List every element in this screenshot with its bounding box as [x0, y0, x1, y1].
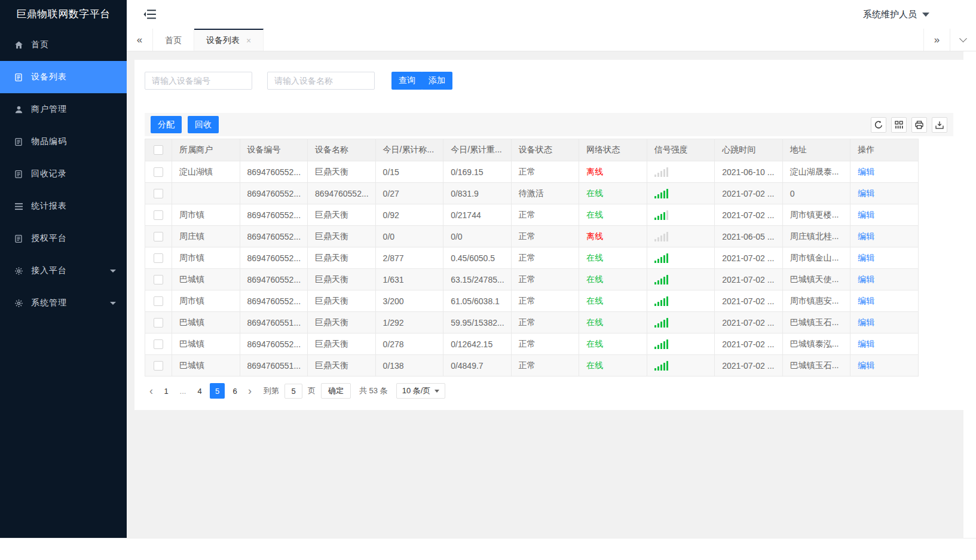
doc-icon [14, 234, 25, 243]
edit-link[interactable]: 编辑 [858, 231, 874, 241]
cell-device-status: 正常 [511, 161, 579, 183]
cell-device-status: 正常 [511, 312, 579, 333]
cell-network-status: 在线 [579, 269, 647, 290]
cell-today-total-weight: 0.45/6050.5 [443, 247, 512, 269]
refresh-icon[interactable] [871, 117, 886, 133]
sidebar-item-item-code[interactable]: 物品编码 [0, 126, 127, 158]
sidebar-item-merchant-mgmt[interactable]: 商户管理 [0, 93, 127, 126]
cell-action: 编辑 [850, 204, 919, 226]
table-row: 周市镇8694760552...巨鼎天衡3/20061.05/6038.1正常在… [145, 290, 919, 312]
cell-network-status: 在线 [579, 247, 647, 269]
sidebar-item-auth-platform[interactable]: 授权平台 [0, 222, 127, 255]
caret-down-icon [922, 13, 929, 17]
row-select-cell [145, 290, 172, 312]
edit-link[interactable]: 编辑 [858, 296, 874, 305]
row-checkbox[interactable] [154, 318, 163, 328]
columns-icon[interactable] [891, 117, 907, 133]
assign-button[interactable]: 分配 [151, 116, 182, 133]
sidebar-item-access-platform[interactable]: 接入平台 [0, 255, 127, 287]
page-size-select[interactable]: 10 条/页 [396, 383, 446, 399]
cell-action: 编辑 [850, 312, 919, 333]
edit-link[interactable]: 编辑 [858, 274, 874, 284]
page-button-1[interactable]: 1 [160, 383, 173, 399]
cell-heartbeat-time: 2021-07-02 ... [715, 355, 783, 377]
jump-page-input[interactable] [284, 384, 302, 399]
device-table: 所属商户设备编号设备名称今日/累计称...今日/累计重...设备状态网络状态信号… [145, 139, 919, 377]
row-checkbox[interactable] [154, 253, 163, 263]
cell-today-total-weight: 0/12642.15 [443, 333, 512, 355]
cell-device-no: 8694760552... [240, 183, 308, 204]
sidebar-item-recycle-record[interactable]: 回收记录 [0, 158, 127, 190]
tabs-scroll-left-icon[interactable]: « [127, 29, 153, 51]
device-no-input[interactable] [145, 72, 252, 90]
row-checkbox[interactable] [154, 210, 163, 220]
add-button[interactable]: 添加 [421, 72, 452, 90]
top-header: 系统维护人员 [127, 0, 976, 29]
row-checkbox[interactable] [154, 361, 163, 371]
cell-merchant: 周庄镇 [172, 226, 240, 247]
device-name-input[interactable] [267, 72, 375, 90]
tabs-scroll-right-icon[interactable]: » [923, 29, 950, 51]
table-tool-icons [871, 117, 947, 133]
confirm-button[interactable]: 确定 [321, 383, 351, 399]
horizontal-scrollbar[interactable] [0, 538, 976, 560]
recycle-button[interactable]: 回收 [188, 116, 219, 133]
user-menu[interactable]: 系统维护人员 [863, 0, 929, 29]
cell-heartbeat-time: 2021-07-02 ... [715, 290, 783, 312]
sidebar-item-label: 统计报表 [31, 201, 67, 212]
signal-bars-icon [654, 232, 708, 241]
row-checkbox[interactable] [154, 189, 163, 198]
edit-link[interactable]: 编辑 [858, 188, 874, 198]
row-checkbox[interactable] [154, 167, 163, 177]
cell-signal-strength [647, 183, 715, 204]
close-icon[interactable]: × [246, 36, 251, 45]
cell-heartbeat-time: 2021-06-10 ... [715, 161, 783, 183]
row-checkbox[interactable] [154, 275, 163, 284]
sidebar-item-label: 商户管理 [31, 104, 67, 115]
row-checkbox[interactable] [154, 339, 163, 349]
row-checkbox[interactable] [154, 296, 163, 306]
cell-today-total-count: 0/27 [375, 183, 443, 204]
row-checkbox[interactable] [154, 232, 163, 241]
table-row: 周庄镇8694760552...巨鼎天衡0/00/0正常离线2021-06-05… [145, 226, 919, 247]
sidebar-item-system-mgmt[interactable]: 系统管理 [0, 287, 127, 319]
sidebar-item-device-list[interactable]: 设备列表 [0, 61, 127, 93]
print-icon[interactable] [911, 117, 927, 133]
cell-heartbeat-time: 2021-07-02 ... [715, 247, 783, 269]
cell-today-total-weight: 59.95/15382... [443, 312, 512, 333]
edit-link[interactable]: 编辑 [858, 339, 874, 348]
cell-network-status: 在线 [579, 333, 647, 355]
page-button-4[interactable]: 4 [193, 383, 206, 399]
cell-network-status: 在线 [579, 290, 647, 312]
vertical-scrollbar[interactable] [963, 51, 976, 538]
page-button-5[interactable]: 5 [210, 383, 225, 399]
edit-link[interactable]: 编辑 [858, 317, 874, 327]
jump-to-label: 到第 [264, 385, 279, 396]
tab-home[interactable]: 首页 [153, 29, 194, 51]
edit-link[interactable]: 编辑 [858, 253, 874, 262]
select-all-checkbox[interactable] [154, 145, 163, 155]
sidebar-item-home[interactable]: 首页 [0, 29, 127, 61]
next-page-icon[interactable]: › [248, 385, 252, 396]
cell-device-name: 巨鼎天衡 [308, 355, 376, 377]
tabs-menu-icon[interactable] [950, 29, 976, 51]
table-row: 8694760552...8694760552...0/270/831.9待激活… [145, 183, 919, 204]
export-icon[interactable] [932, 117, 947, 133]
query-button[interactable]: 查询 [391, 72, 423, 90]
column-header-10: 操作 [850, 139, 919, 161]
cell-signal-strength [647, 355, 715, 377]
prev-page-icon[interactable]: ‹ [149, 385, 153, 396]
signal-bars-icon [654, 275, 708, 284]
table-row: 淀山湖镇8694760552...巨鼎天衡0/150/169.15正常离线202… [145, 161, 919, 183]
sidebar-item-stats-report[interactable]: 统计报表 [0, 190, 127, 222]
sidebar-fold-icon[interactable] [143, 9, 157, 20]
caret-down-icon [110, 270, 116, 273]
edit-link[interactable]: 编辑 [858, 360, 874, 370]
edit-link[interactable]: 编辑 [858, 167, 874, 176]
page-button-6[interactable]: 6 [228, 383, 241, 399]
signal-bars-icon [654, 210, 708, 220]
cell-merchant [172, 183, 240, 204]
tab-device-list[interactable]: 设备列表× [194, 29, 264, 51]
edit-link[interactable]: 编辑 [858, 210, 874, 219]
sidebar-item-label: 授权平台 [31, 233, 67, 244]
